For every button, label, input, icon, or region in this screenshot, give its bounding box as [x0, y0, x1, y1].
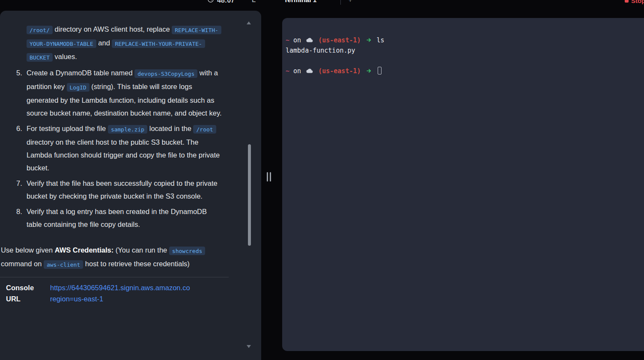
plain-segment: lambda-function.py — [286, 47, 355, 54]
plain-segment: and — [96, 39, 112, 47]
link-line: https://644306594621.signin.aws.amazon.c… — [50, 282, 229, 293]
arrow-icon — [365, 67, 373, 75]
code-segment: LogID — [67, 83, 89, 92]
resize-grip-bar — [270, 172, 271, 181]
region-segment: (us-east-1) — [314, 36, 364, 44]
plain-segment: command on — [1, 260, 44, 268]
cloud-icon — [305, 67, 314, 75]
code-segment: aws-client — [44, 260, 83, 269]
plain-segment: Create a DynamoDB table named — [27, 69, 134, 77]
plain-segment: Verify that the file has been successful… — [27, 179, 218, 200]
resize-grip-bar — [267, 172, 268, 181]
arrow-icon — [365, 36, 373, 44]
plain-segment — [373, 67, 377, 75]
code-segment: /root — [193, 125, 216, 134]
plain-segment: (You can run the — [113, 246, 169, 254]
terminal-line: lambda-function.py — [286, 45, 642, 56]
list-number: 7. — [16, 177, 27, 202]
plain-segment: values. — [53, 53, 77, 60]
stop-label: Stop — [631, 0, 644, 4]
panel-resize-handle[interactable] — [265, 171, 273, 183]
code-segment: sample.zip — [108, 125, 147, 134]
plain-segment: located in the — [147, 125, 193, 132]
console-url-value: https://644306594621.signin.aws.amazon.c… — [50, 282, 229, 304]
terminal-line: ~ on (us-east-1) — [286, 66, 642, 76]
new-tab-button[interactable]: + — [348, 0, 352, 4]
terminal-panel[interactable]: ~ on (us-east-1) ls lambda-function.py ~… — [282, 18, 644, 351]
top-bar: 48:07 L Terminal 1 + Stop — [0, 0, 644, 11]
code-segment: showcreds — [169, 247, 205, 255]
credentials-note: Use below given AWS Credentials: (You ca… — [1, 244, 224, 271]
plain-segment: host to retrieve these credentials) — [83, 260, 190, 268]
list-item-text: Verify that the file has been successful… — [27, 177, 222, 202]
list-item-text: Create a DynamoDB table named devops-S3C… — [27, 66, 222, 119]
header-fragment: L — [252, 0, 256, 3]
list-number: 6. — [16, 122, 27, 174]
tilde-segment: ~ — [286, 36, 289, 44]
list-number: 8. — [16, 205, 27, 231]
list-number: 5. — [16, 66, 27, 119]
plain-segment: directory on AWS client host, replace — [53, 25, 172, 33]
cloud-icon — [305, 36, 314, 44]
list-item-6: 6. For testing upload the file sample.zi… — [16, 122, 222, 174]
instructions-panel: /root/ directory on AWS client host, rep… — [0, 11, 261, 360]
bold-segment: AWS Credentials: — [55, 246, 114, 254]
terminal-line — [286, 56, 642, 66]
plain-segment: Use below given — [1, 246, 55, 254]
plain-segment: on — [289, 36, 305, 44]
region-segment: (us-east-1) — [314, 67, 364, 75]
code-segment: devops-S3CopyLogs — [134, 69, 197, 78]
credentials-table: Console URL https://644306594621.signin.… — [0, 277, 229, 307]
list-item-text: Verify that a log entry has been created… — [27, 205, 222, 231]
tab-terminal-1[interactable]: Terminal 1 — [284, 0, 316, 4]
tilde-segment: ~ — [286, 67, 289, 75]
tab-separator — [340, 0, 341, 5]
console-url-link[interactable]: https://644306594621.signin.aws.amazon.c… — [50, 282, 229, 304]
list-item-text: For testing upload the file sample.zip l… — [27, 122, 222, 174]
code-segment: /root/ — [27, 26, 53, 34]
list-item-7: 7. Verify that the file has been success… — [16, 177, 222, 202]
plain-segment: For testing upload the file — [27, 125, 108, 132]
timer-value: 48:07 — [217, 0, 235, 4]
session-timer: 48:07 — [207, 0, 235, 5]
plain-segment: directory on the client host to the publ… — [27, 138, 220, 172]
clock-icon — [207, 0, 214, 5]
stop-button[interactable]: Stop — [625, 0, 644, 4]
list-item-8: 8. Verify that a log entry has been crea… — [16, 205, 222, 231]
instructions-content: /root/ directory on AWS client host, rep… — [0, 11, 261, 307]
table-row: Console URL https://644306594621.signin.… — [0, 282, 229, 304]
link-line: region=us-east-1 — [50, 293, 229, 304]
terminal-line: ~ on (us-east-1) ls — [286, 35, 642, 45]
instruction-paragraph: /root/ directory on AWS client host, rep… — [27, 23, 222, 64]
plain-segment: Verify that a log entry has been created… — [27, 208, 207, 228]
plain-segment: on — [289, 67, 305, 75]
plain-segment: ls — [373, 36, 385, 44]
list-item-5: 5. Create a DynamoDB table named devops-… — [16, 66, 222, 119]
stop-icon — [625, 0, 629, 3]
terminal-cursor — [378, 67, 382, 74]
console-url-label: Console URL — [0, 282, 50, 304]
scroll-down-arrow[interactable] — [247, 345, 251, 348]
scroll-up-arrow[interactable] — [247, 21, 251, 24]
scrollbar-thumb[interactable] — [248, 144, 251, 246]
